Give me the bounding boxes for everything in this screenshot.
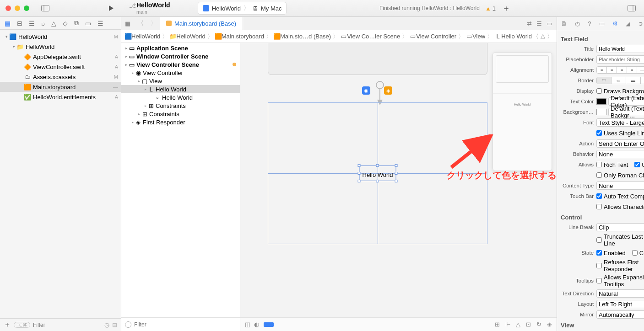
bg-color-dropdown[interactable]: Default (Text Backgr…⌄ [608, 108, 644, 116]
project-title[interactable]: ⎇ HelloWorld main [136, 2, 170, 14]
outline-Window-Controller-Scene[interactable]: ▸▭Window Controller Scene [121, 52, 240, 60]
jumpbar-item[interactable]: ▭View Co…ler Scene [341, 33, 400, 40]
tooltips-checkbox[interactable] [596, 278, 602, 283]
window-controller-preview[interactable] [268, 43, 487, 75]
attributes-inspector-icon[interactable]: ⚙ [612, 20, 618, 27]
inspector-toggle-icon[interactable] [628, 4, 636, 12]
text-color-dropdown[interactable]: Default (Label Color)⌄ [608, 97, 644, 106]
filter-icon[interactable] [125, 321, 131, 328]
bg-color-swatch[interactable] [596, 109, 606, 115]
connections-inspector-icon[interactable]: ➲ [638, 20, 643, 27]
scheme-selector[interactable]: HelloWorld 〉 🖥 My Mac [198, 2, 287, 15]
add-tab-button[interactable]: ＋ [502, 4, 510, 12]
adjust-icon[interactable]: ⇄ [527, 20, 532, 27]
history-inspector-icon[interactable]: ◷ [575, 20, 580, 27]
nav-forward-icon[interactable]: 〉 [147, 19, 160, 27]
textdir-dropdown[interactable]: Natural⌄ [596, 289, 644, 298]
outline-filter-input[interactable] [134, 321, 236, 328]
help-inspector-icon[interactable]: ? [588, 20, 591, 27]
editor-tab[interactable]: Main.storyboard (Base) [160, 17, 243, 30]
outline-Application-Scene[interactable]: ▸▭Application Scene [121, 44, 240, 52]
update-frames-icon[interactable]: ↻ [536, 321, 541, 328]
toggle-outline-icon[interactable]: ◫ [245, 321, 250, 328]
jumpbar-item[interactable]: ▭View [466, 33, 485, 40]
jumpbar-item[interactable]: 📁HelloWorld [170, 33, 205, 40]
library-icon[interactable]: ⊕ [547, 321, 552, 328]
title-input[interactable] [596, 45, 644, 53]
find-nav-icon[interactable]: ⌕ [41, 20, 45, 27]
warnings-indicator[interactable]: ▲ 1 [485, 5, 496, 12]
outline-Constraints[interactable]: ▸⊞Constraints [121, 110, 240, 118]
outline-View-Controller-Scene[interactable]: ▸▭View Controller Scene [121, 60, 240, 69]
identity-inspector-icon[interactable]: ▭ [599, 20, 605, 27]
action-dropdown[interactable]: Send On Enter Only⌄ [596, 139, 644, 148]
minimap-toggle-icon[interactable]: ☰ [536, 20, 542, 27]
preview-toggle-icon[interactable]: ◐ [254, 321, 259, 328]
close-window-button[interactable] [5, 5, 11, 11]
jumpbar-item[interactable]: 🟧Main.storyboard [215, 33, 264, 40]
outline-Hello-World[interactable]: ▫Hello World [121, 93, 240, 101]
jumpbar-item[interactable]: ▭View Controller [410, 33, 456, 40]
behavior-dropdown[interactable]: None⌄ [596, 150, 644, 158]
file-ViewController-swift[interactable]: 🔶ViewController.swiftA [0, 62, 121, 72]
embed-icon[interactable]: ⊡ [526, 321, 531, 328]
single-line-checkbox[interactable] [596, 130, 602, 136]
mirror-dropdown[interactable]: Automatically⌄ [596, 310, 644, 319]
run-button[interactable] [107, 4, 115, 12]
jump-next-icon[interactable]: △ [541, 32, 545, 41]
source-control-nav-icon[interactable]: ⊟ [17, 20, 22, 27]
canvas-options-icon[interactable]: ▭ [547, 20, 552, 27]
canvas-minimap[interactable]: Hello World [492, 52, 552, 171]
add-file-button[interactable]: ＋ [4, 320, 11, 330]
file-inspector-icon[interactable]: 🗎 [561, 20, 567, 27]
jumpbar-item[interactable]: 🟦HelloWorld [125, 33, 160, 40]
trunc-checkbox[interactable] [596, 237, 602, 243]
scm-status-filter-icon[interactable]: ⊟ [112, 321, 117, 328]
file-HelloWorld-entitlements[interactable]: ✅HelloWorld.entitlementsA [0, 92, 121, 102]
debug-nav-icon[interactable]: ⧉ [74, 19, 79, 27]
test-nav-icon[interactable]: ◇ [63, 20, 68, 27]
recent-filter-icon[interactable]: ◷ [104, 321, 109, 328]
resolve-icon[interactable]: △ [516, 321, 520, 328]
scm-filter-button[interactable]: ⌥⌘ [14, 322, 30, 328]
text-color-swatch[interactable] [596, 98, 606, 105]
storyboard-canvas[interactable]: ◉ ◈ Hello World Hello World [240, 43, 557, 331]
file-AppDelegate-swift[interactable]: 🔶AppDelegate.swiftA [0, 52, 121, 62]
symbol-nav-icon[interactable]: ☰ [29, 20, 35, 27]
file-HelloWorld[interactable]: ▾📁HelloWorld [0, 42, 121, 52]
refuses-checkbox[interactable] [596, 263, 602, 268]
align-icon[interactable]: ⊞ [495, 321, 500, 328]
roman-checkbox[interactable] [596, 172, 602, 178]
linebreak-dropdown[interactable]: Clip⌄ [596, 223, 644, 231]
continuous-checkbox[interactable] [632, 250, 638, 256]
file-HelloWorld[interactable]: ▾🟦HelloWorldM [0, 32, 121, 42]
view-frame[interactable]: Hello World [268, 102, 487, 244]
layout-dropdown[interactable]: Left To Right⌄ [596, 300, 644, 308]
contenttype-dropdown[interactable]: None⌄ [596, 182, 644, 190]
related-items-icon[interactable]: ▦ [121, 20, 134, 27]
jumpbar-item[interactable]: 🟧Main.sto…d (Base) [274, 33, 331, 40]
selected-text-field[interactable]: Hello World [359, 166, 396, 181]
zoom-window-button[interactable] [24, 5, 29, 11]
jump-back-icon[interactable]: 〈 [533, 32, 539, 41]
undo-checkbox[interactable] [634, 162, 640, 167]
jumpbar-item[interactable]: LHello World [495, 33, 532, 40]
nav-back-icon[interactable]: 〈 [134, 19, 147, 27]
report-nav-icon[interactable]: ☰ [97, 20, 103, 27]
breakpoint-nav-icon[interactable]: ▭ [85, 20, 91, 27]
pin-icon[interactable]: ⊩ [505, 321, 510, 328]
sidebar-toggle-icon[interactable] [41, 4, 49, 12]
placeholder-input[interactable] [596, 55, 644, 64]
first-responder-icon[interactable]: ◈ [384, 86, 392, 95]
outline-View[interactable]: ▸▢View [121, 77, 240, 85]
file-Assets-xcassets[interactable]: 🗂Assets.xcassetsM [0, 72, 121, 82]
minimize-window-button[interactable] [15, 5, 20, 11]
file-Main-storyboard[interactable]: 🟧Main.storyboard— [0, 82, 121, 92]
outline-Hello-World[interactable]: ▸LHello World [121, 85, 240, 93]
richtext-checkbox[interactable] [596, 162, 602, 167]
outline-First-Responder[interactable]: ▸◈First Responder [121, 118, 240, 126]
enabled-checkbox[interactable] [596, 250, 602, 256]
outline-View-Controller[interactable]: ▸◉View Controller [121, 69, 240, 77]
project-nav-icon[interactable]: ▤ [5, 20, 11, 27]
jump-bar[interactable]: 🟦HelloWorld〉📁HelloWorld〉🟧Main.storyboard… [121, 30, 557, 43]
